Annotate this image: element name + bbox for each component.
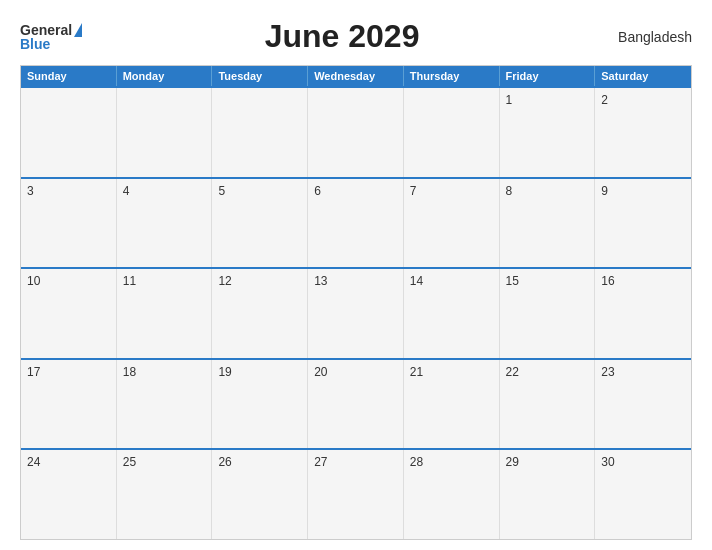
week-row-3: 10111213141516 [21,267,691,358]
day-cell: 4 [117,179,213,268]
day-number: 10 [27,274,40,288]
day-number: 14 [410,274,423,288]
day-cell: 3 [21,179,117,268]
day-cell: 6 [308,179,404,268]
day-cell: 2 [595,88,691,177]
day-cell: 11 [117,269,213,358]
day-header-saturday: Saturday [595,66,691,86]
day-number: 27 [314,455,327,469]
day-cell: 18 [117,360,213,449]
day-cell: 16 [595,269,691,358]
day-header-thursday: Thursday [404,66,500,86]
day-cell: 5 [212,179,308,268]
day-cell: 9 [595,179,691,268]
day-number: 1 [506,93,513,107]
day-number: 16 [601,274,614,288]
day-number: 17 [27,365,40,379]
day-cell: 13 [308,269,404,358]
day-cell: 24 [21,450,117,539]
day-header-wednesday: Wednesday [308,66,404,86]
day-cell: 17 [21,360,117,449]
day-number: 13 [314,274,327,288]
day-cell [21,88,117,177]
day-number: 2 [601,93,608,107]
day-cell: 12 [212,269,308,358]
day-number: 3 [27,184,34,198]
day-number: 12 [218,274,231,288]
day-number: 24 [27,455,40,469]
day-number: 15 [506,274,519,288]
calendar: SundayMondayTuesdayWednesdayThursdayFrid… [20,65,692,540]
day-cell: 21 [404,360,500,449]
day-cell: 23 [595,360,691,449]
day-cell: 19 [212,360,308,449]
day-headers-row: SundayMondayTuesdayWednesdayThursdayFrid… [21,66,691,86]
day-cell: 25 [117,450,213,539]
week-row-4: 17181920212223 [21,358,691,449]
day-cell: 1 [500,88,596,177]
day-number: 4 [123,184,130,198]
week-row-1: 12 [21,86,691,177]
day-number: 11 [123,274,136,288]
day-cell: 22 [500,360,596,449]
day-number: 7 [410,184,417,198]
header: General Blue June 2029 Bangladesh [20,18,692,55]
day-header-friday: Friday [500,66,596,86]
day-number: 29 [506,455,519,469]
day-cell: 29 [500,450,596,539]
logo: General Blue [20,23,82,51]
logo-triangle-icon [74,23,82,37]
day-number: 18 [123,365,136,379]
week-row-5: 24252627282930 [21,448,691,539]
day-cell: 20 [308,360,404,449]
day-number: 9 [601,184,608,198]
country-label: Bangladesh [602,29,692,45]
day-header-tuesday: Tuesday [212,66,308,86]
week-row-2: 3456789 [21,177,691,268]
day-number: 5 [218,184,225,198]
day-number: 6 [314,184,321,198]
day-cell [308,88,404,177]
day-cell: 8 [500,179,596,268]
day-cell: 7 [404,179,500,268]
day-number: 25 [123,455,136,469]
day-cell: 14 [404,269,500,358]
day-header-sunday: Sunday [21,66,117,86]
page: General Blue June 2029 Bangladesh Sunday… [0,0,712,550]
day-cell: 27 [308,450,404,539]
day-cell: 10 [21,269,117,358]
day-header-monday: Monday [117,66,213,86]
day-cell [404,88,500,177]
day-number: 23 [601,365,614,379]
day-number: 22 [506,365,519,379]
day-cell: 15 [500,269,596,358]
day-cell: 30 [595,450,691,539]
day-cell: 28 [404,450,500,539]
logo-blue-text: Blue [20,37,50,51]
day-cell: 26 [212,450,308,539]
logo-general-text: General [20,23,72,37]
day-number: 20 [314,365,327,379]
day-number: 28 [410,455,423,469]
day-number: 8 [506,184,513,198]
day-cell [212,88,308,177]
day-number: 26 [218,455,231,469]
weeks-container: 1234567891011121314151617181920212223242… [21,86,691,539]
day-cell [117,88,213,177]
calendar-title: June 2029 [82,18,602,55]
day-number: 19 [218,365,231,379]
day-number: 30 [601,455,614,469]
day-number: 21 [410,365,423,379]
